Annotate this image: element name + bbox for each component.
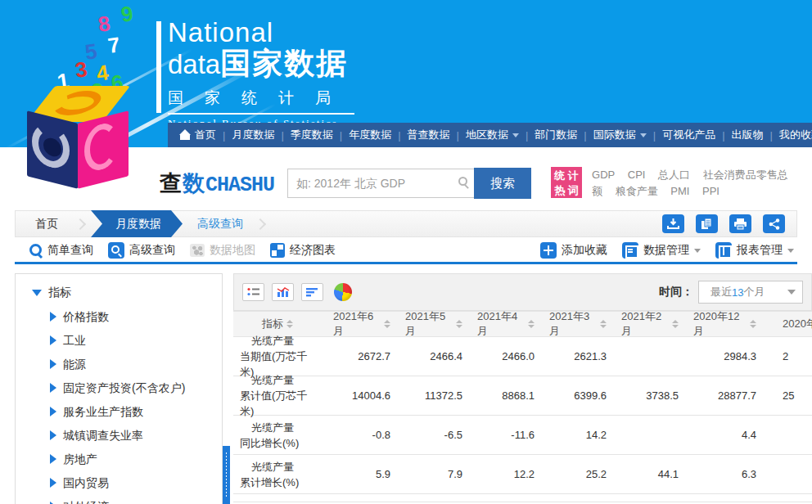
sort-icon: [672, 320, 679, 328]
cell: 6.3: [690, 455, 768, 493]
triangle-collapsed-icon: [50, 383, 56, 393]
indicator-sidebar: 指标 价格指数 工业 能源 固定资产投资(不含农户) 服务业生产指数 城镇调查失…: [15, 273, 223, 504]
col-header[interactable]: 2021年6月: [330, 312, 402, 336]
search-button[interactable]: 搜索: [474, 168, 531, 199]
logo-cube: 9 8 7 5 4 3 1 2 6: [0, 0, 164, 196]
print-button[interactable]: [729, 214, 751, 233]
nav-item-census[interactable]: 普查数据: [403, 128, 455, 142]
chevron-down-icon: [640, 133, 647, 137]
sort-icon: [286, 320, 293, 328]
tree-item-energy[interactable]: 能源: [50, 356, 222, 372]
col-header-truncated[interactable]: 2020年: [768, 312, 812, 336]
time-label: 时间：: [659, 285, 693, 299]
search-box: 搜索: [287, 168, 531, 199]
tree-item-domestic-trade[interactable]: 国内贸易: [50, 475, 222, 491]
table-icon: [715, 242, 732, 259]
nav-item-annual[interactable]: 年度数据: [344, 128, 396, 142]
tree-item-industry[interactable]: 工业: [50, 332, 222, 349]
nav-item-visualization[interactable]: 可视化产品: [657, 128, 720, 142]
report-manage-menu[interactable]: 报表管理: [715, 242, 794, 259]
hot-word[interactable]: GDP: [592, 169, 615, 181]
cell: [618, 416, 690, 454]
brand-line2: data国家数据: [168, 47, 354, 81]
hot-word[interactable]: PMI: [670, 185, 689, 197]
share-button[interactable]: [763, 214, 785, 233]
hot-word[interactable]: 总人口: [658, 169, 690, 181]
triangle-collapsed-icon: [50, 430, 56, 440]
chevron-down-icon: [787, 249, 794, 253]
time-range-select[interactable]: 最近13个月: [698, 281, 803, 304]
add-favorite-button[interactable]: 添加收藏: [540, 242, 607, 259]
table-row: 光缆产量累计增长(%) 5.9 7.9 12.2 25.2 44.1 6.3: [233, 455, 812, 494]
nav-item-favorites[interactable]: 我的收藏: [774, 128, 812, 142]
hot-word[interactable]: PPI: [702, 185, 720, 197]
cell: 4.4: [690, 416, 768, 454]
search-input[interactable]: [287, 169, 474, 198]
cell-truncated: 2: [768, 337, 812, 376]
home-icon: [179, 130, 191, 140]
tree-item-real-estate[interactable]: 房地产: [50, 451, 222, 467]
nav-item-home[interactable]: 首页: [174, 128, 221, 142]
triangle-collapsed-icon: [50, 335, 56, 345]
chashu-logo: 查数CHASHU: [160, 169, 274, 198]
data-map-button[interactable]: 数据地图: [190, 243, 255, 258]
table-view-button[interactable]: [242, 283, 264, 301]
sort-icon: [528, 320, 535, 328]
advanced-query-button[interactable]: 高级查询: [108, 242, 175, 259]
view-toolbar: 时间： 最近13个月: [233, 273, 812, 311]
nav-item-monthly[interactable]: 月度数据: [227, 128, 279, 142]
nav-item-international[interactable]: 国际数据: [589, 128, 652, 142]
cell: 2672.7: [330, 337, 402, 376]
economic-charts-button[interactable]: 经济图表: [270, 243, 336, 258]
site-brand: National data国家数据 国家统计局 National Bureau …: [168, 18, 354, 130]
map-icon: [190, 244, 205, 257]
col-header[interactable]: 2021年4月: [474, 312, 546, 336]
simple-query-button[interactable]: 简单查询: [29, 243, 93, 258]
sidebar-splitter-handle[interactable]: [223, 446, 230, 504]
hot-word[interactable]: 粮食产量: [616, 185, 658, 197]
col-header[interactable]: 2020年12月: [690, 312, 768, 336]
triangle-collapsed-icon: [50, 407, 56, 416]
search-icon: [29, 244, 43, 257]
nav-item-regional[interactable]: 地区数据: [461, 128, 524, 142]
col-header[interactable]: 2021年3月: [546, 312, 618, 336]
tree-item-foreign-economy[interactable]: 对外经济: [50, 498, 222, 504]
cell: 44.1: [618, 455, 690, 493]
triangle-expanded-icon: [32, 290, 42, 296]
breadcrumb-monthly-active[interactable]: 月度数据: [91, 210, 183, 237]
download-button[interactable]: [662, 214, 684, 233]
tree-item-unemployment[interactable]: 城镇调查失业率: [50, 427, 222, 443]
cell: -0.8: [330, 416, 402, 454]
cell: 2466.0: [474, 337, 546, 376]
page: National data国家数据 国家统计局 National Bureau …: [0, 0, 812, 504]
nav-item-department[interactable]: 部门数据: [530, 128, 582, 142]
copy-button[interactable]: [696, 214, 718, 233]
chevron-right-icon: [74, 218, 86, 229]
cell: 14.2: [546, 416, 618, 454]
nav-item-quarterly[interactable]: 季度数据: [286, 128, 338, 142]
col-header[interactable]: 2021年5月: [402, 312, 474, 336]
search-row: 查数CHASHU 搜索 统 计 热 词 GDP CPI 总人口 社会消费品零售总…: [160, 162, 812, 205]
data-manage-menu[interactable]: 数据管理: [622, 242, 701, 259]
bar-chart-view-button[interactable]: [272, 283, 294, 301]
nav-item-publications[interactable]: 出版物: [727, 128, 769, 142]
sort-icon: [600, 320, 607, 328]
breadcrumb-advanced-query[interactable]: 高级查询: [197, 217, 243, 232]
col-header[interactable]: 2021年2月: [618, 312, 690, 336]
tree-item-price-index[interactable]: 价格指数: [50, 308, 222, 325]
cell: 28877.7: [690, 376, 768, 415]
row-indicator: 光缆产量同比增长(%): [233, 416, 330, 454]
hot-word[interactable]: CPI: [628, 169, 646, 181]
tree-item-services-index[interactable]: 服务业生产指数: [50, 403, 222, 420]
tree-root-indicator[interactable]: 指标: [32, 286, 222, 300]
chevron-down-icon: [694, 249, 701, 253]
chart-icon: [270, 243, 285, 258]
h-bar-view-button[interactable]: [301, 283, 323, 301]
cell: [618, 337, 690, 376]
row-indicator: 光缆产量当期值(万芯千米): [233, 337, 330, 376]
pie-chart-view-button[interactable]: [334, 283, 352, 301]
tree-item-fixed-assets[interactable]: 固定资产投资(不含农户): [50, 380, 222, 396]
sort-icon: [384, 320, 390, 328]
breadcrumb-home[interactable]: 首页: [16, 217, 76, 232]
hot-words-block: 统 计 热 词 GDP CPI 总人口 社会消费品零售总额 粮食产量 PMI P…: [551, 167, 796, 200]
